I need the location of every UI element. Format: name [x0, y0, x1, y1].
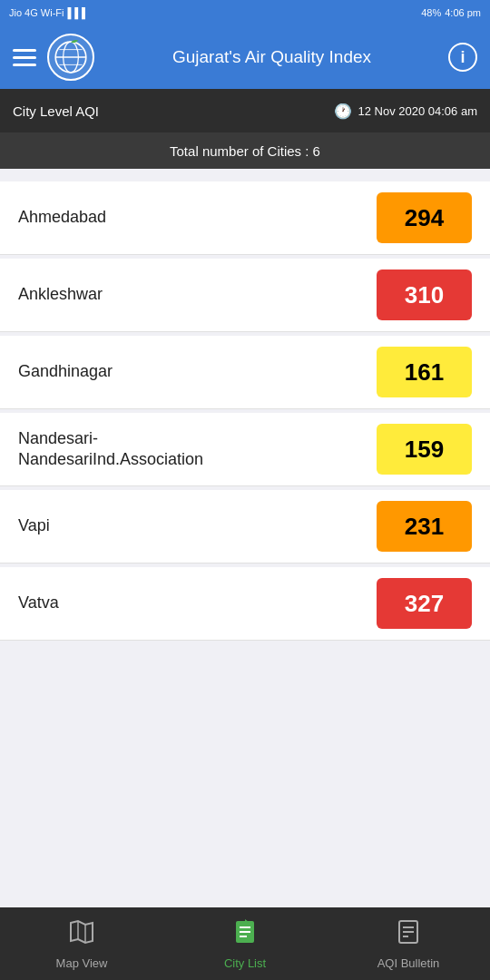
hamburger-line-2 [13, 56, 36, 59]
aqi-level-label: City Level AQI [13, 103, 99, 119]
date-time-text: 12 Nov 2020 04:06 am [358, 104, 477, 118]
hamburger-line-1 [13, 49, 36, 52]
nav-item-aqi-bulletin[interactable]: AQI Bulletin [327, 907, 490, 980]
city-name: Vapi [18, 515, 368, 536]
status-bar: Jio 4G Wi-Fi ▌▌▌ 48% 4:06 pm [0, 0, 490, 25]
info-button[interactable]: i [448, 43, 477, 72]
battery-text: 48% [421, 7, 441, 18]
app-header: Gujarat's Air Quality Index i [0, 25, 490, 89]
nav-label-city-list: City List [224, 956, 266, 970]
nav-icon-map-view [67, 917, 96, 953]
status-carrier: Jio 4G Wi-Fi ▌▌▌ [9, 7, 89, 18]
aqi-badge: 231 [377, 501, 472, 552]
date-time-container: 🕐 12 Nov 2020 04:06 am [334, 103, 477, 120]
total-cities-label: Total number of Cities : 6 [170, 143, 320, 159]
time-text: 4:06 pm [445, 7, 481, 18]
city-list-container: Ahmedabad294Ankleshwar310Gandhinagar161N… [0, 169, 490, 907]
city-row[interactable]: Vapi231 [0, 490, 490, 564]
city-name: Vatva [18, 593, 368, 613]
nav-item-map-view[interactable]: Map View [0, 907, 163, 980]
sub-header: City Level AQI 🕐 12 Nov 2020 04:06 am [0, 89, 490, 132]
nav-label-aqi-bulletin: AQI Bulletin [377, 956, 440, 970]
status-right: 48% 4:06 pm [421, 7, 481, 18]
city-name: Nandesari- NandesariInd.Association [18, 428, 368, 471]
aqi-badge: 310 [377, 270, 472, 320]
aqi-badge: 159 [377, 424, 472, 475]
city-row[interactable]: Nandesari- NandesariInd.Association159 [0, 413, 490, 486]
aqi-badge: 161 [377, 347, 472, 397]
aqi-badge: 327 [377, 578, 472, 629]
menu-button[interactable] [13, 49, 36, 66]
city-row[interactable]: Ahmedabad294 [0, 181, 490, 255]
hamburger-line-3 [13, 64, 36, 66]
city-name: Gandhinagar [18, 361, 368, 382]
city-row[interactable]: Gandhinagar161 [0, 336, 490, 409]
city-name: Ankleshwar [18, 284, 368, 305]
total-cities-bar: Total number of Cities : 6 [0, 132, 490, 169]
logo-container [45, 33, 95, 83]
nav-label-map-view: Map View [56, 956, 108, 970]
signal-icon: ▌▌▌ [68, 7, 89, 18]
city-row[interactable]: Vatva327 [0, 567, 490, 641]
clock-icon: 🕐 [334, 103, 352, 120]
info-label: i [460, 48, 465, 67]
gpcb-logo [47, 34, 94, 81]
city-name: Ahmedabad [18, 207, 368, 228]
nav-icon-aqi-bulletin [394, 917, 423, 953]
app-title: Gujarat's Air Quality Index [104, 47, 439, 67]
city-row[interactable]: Ankleshwar310 [0, 259, 490, 332]
nav-icon-city-list [230, 917, 260, 953]
nav-item-city-list[interactable]: City List [163, 907, 327, 980]
carrier-text: Jio 4G Wi-Fi [9, 7, 64, 18]
aqi-badge: 294 [377, 192, 472, 243]
bottom-nav: Map View City List AQI Bulletin [0, 907, 490, 980]
